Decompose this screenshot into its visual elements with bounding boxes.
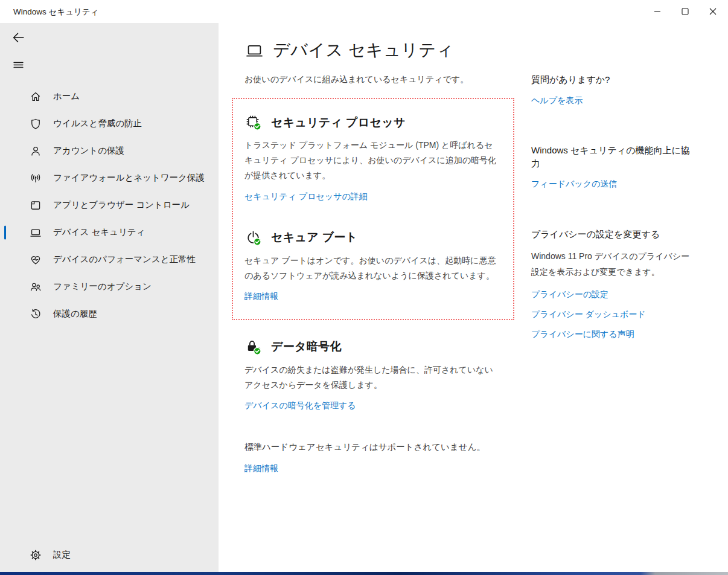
data-encryption-icon (244, 338, 262, 356)
main-page: デバイス セキュリティ お使いのデバイスに組み込まれているセキュリティです。 (219, 23, 728, 572)
section-description: セキュア ブートはオンです。お使いのデバイスは、起動時に悪意のあるソフトウェアが… (244, 253, 500, 283)
privacy-statement-link[interactable]: プライバシーに関する声明 (531, 329, 694, 340)
section-header: データ暗号化 (244, 338, 514, 356)
green-check-badge (254, 123, 261, 130)
standard-hardware-security-note: 標準ハードウェアセキュリティはサポートされていません。 (244, 442, 514, 453)
window-controls (643, 0, 727, 23)
section-description: トラステッド プラットフォーム モジュール (TPM) と呼ばれるセキュリティ … (244, 138, 500, 184)
sidebar-item-label: ホーム (53, 91, 80, 102)
page-subtitle: お使いのデバイスに組み込まれているセキュリティです。 (244, 74, 514, 85)
family-icon (29, 280, 42, 294)
sidebar-nav: ホーム ウイルスと脅威の防止 アカウントの保護 ファイアウォールとネットワーク保… (0, 83, 219, 327)
sidebar-item-label: アカウントの保護 (53, 145, 124, 156)
get-help-link[interactable]: ヘルプを表示 (531, 95, 694, 106)
close-icon (709, 8, 717, 15)
secure-boot-icon (244, 229, 262, 246)
aside-heading-questions: 質問がありますか? (531, 73, 694, 86)
page-title-row: デバイス セキュリティ (244, 39, 514, 62)
home-icon (29, 90, 42, 103)
maximize-icon (682, 8, 689, 15)
privacy-description: Windows 11 Pro デバイスのプライバシー設定を表示および変更できます… (531, 249, 694, 280)
network-icon (29, 172, 42, 185)
sidebar-item-settings[interactable]: 設定 (0, 541, 219, 568)
sidebar-item-label: デバイス セキュリティ (53, 226, 145, 238)
standard-hardware-security-details-link[interactable]: 詳細情報 (244, 463, 278, 474)
back-button[interactable] (8, 28, 28, 47)
aside-heading-improve: Windows セキュリティの機能向上に協力 (531, 144, 694, 170)
sidebar-item-label: ファミリーのオプション (53, 281, 152, 292)
sidebar-item-device-security[interactable]: デバイス セキュリティ (0, 219, 219, 246)
sidebar-item-label: ウイルスと脅威の防止 (53, 118, 142, 129)
maximize-button[interactable] (671, 0, 699, 23)
sidebar-item-label: 設定 (53, 549, 71, 561)
section-description: デバイスの紛失または盗難が発生した場合に、許可されていないアクセスからデータを保… (244, 362, 500, 393)
section-secure-boot: セキュア ブート セキュア ブートはオンです。お使いのデバイスは、起動時に悪意の… (244, 229, 502, 302)
section-header: セキュリティ プロセッサ (244, 114, 502, 131)
sidebar: ホーム ウイルスと脅威の防止 アカウントの保護 ファイアウォールとネットワーク保… (0, 23, 219, 572)
main-column: デバイス セキュリティ お使いのデバイスに組み込まれているセキュリティです。 (232, 23, 514, 474)
privacy-dashboard-link[interactable]: プライバシー ダッシュボード (531, 309, 694, 320)
sidebar-item-account-protection[interactable]: アカウントの保護 (0, 137, 219, 164)
selected-accent-bar (4, 225, 6, 239)
minimize-button[interactable] (643, 0, 671, 23)
section-title: セキュア ブート (271, 230, 357, 245)
app-browser-icon (29, 199, 42, 212)
section-data-encryption: データ暗号化 デバイスの紛失または盗難が発生した場合に、許可されていないアクセス… (244, 338, 514, 411)
security-processor-icon (244, 114, 262, 131)
privacy-settings-link[interactable]: プライバシーの設定 (531, 289, 694, 300)
sidebar-item-home[interactable]: ホーム (0, 83, 219, 110)
history-icon (29, 307, 42, 321)
green-check-badge (254, 347, 261, 355)
desktop-background-edge (0, 572, 728, 575)
sidebar-item-label: デバイスのパフォーマンスと正常性 (53, 254, 196, 265)
sidebar-item-firewall-network[interactable]: ファイアウォールとネットワーク保護 (0, 164, 219, 191)
sidebar-item-label: 保護の履歴 (53, 308, 97, 320)
sidebar-footer: 設定 (0, 541, 219, 568)
laptop-icon (29, 226, 42, 239)
hamburger-icon (12, 59, 25, 71)
person-icon (29, 144, 42, 158)
give-feedback-link[interactable]: フィードバックの送信 (531, 179, 694, 190)
security-processor-details-link[interactable]: セキュリティ プロセッサの詳細 (244, 191, 368, 202)
sidebar-item-app-browser-control[interactable]: アプリとブラウザー コントロール (0, 191, 219, 219)
back-arrow-icon (11, 30, 26, 45)
secure-boot-details-link[interactable]: 詳細情報 (244, 291, 278, 302)
sidebar-item-protection-history[interactable]: 保護の履歴 (0, 300, 219, 327)
window-title: Windows セキュリティ (13, 7, 98, 18)
shield-icon (29, 117, 42, 130)
gear-icon (29, 548, 42, 562)
minimize-icon (654, 8, 661, 15)
close-button[interactable] (699, 0, 727, 23)
laptop-icon (244, 40, 264, 60)
sidebar-item-label: アプリとブラウザー コントロール (53, 199, 190, 211)
section-title: セキュリティ プロセッサ (271, 115, 406, 130)
section-security-processor: セキュリティ プロセッサ トラステッド プラットフォーム モジュール (TPM)… (244, 114, 502, 202)
section-header: セキュア ブート (244, 229, 502, 246)
titlebar: Windows セキュリティ (0, 0, 728, 23)
annotation-highlight-box: セキュリティ プロセッサ トラステッド プラットフォーム モジュール (TPM)… (232, 98, 514, 320)
menu-button[interactable] (8, 56, 28, 74)
section-title: データ暗号化 (271, 339, 342, 355)
sidebar-item-family-options[interactable]: ファミリーのオプション (0, 273, 219, 300)
manage-device-encryption-link[interactable]: デバイスの暗号化を管理する (244, 400, 356, 411)
aside-column: 質問がありますか? ヘルプを表示 Windows セキュリティの機能向上に協力 … (531, 23, 694, 340)
page-title: デバイス セキュリティ (273, 39, 454, 62)
sidebar-item-virus-threat-protection[interactable]: ウイルスと脅威の防止 (0, 110, 219, 137)
aside-heading-privacy: プライバシーの設定を変更する (531, 228, 694, 241)
sidebar-item-device-performance-health[interactable]: デバイスのパフォーマンスと正常性 (0, 246, 219, 273)
sidebar-item-label: ファイアウォールとネットワーク保護 (53, 172, 205, 184)
device-health-icon (29, 253, 42, 266)
green-check-badge (254, 238, 261, 245)
